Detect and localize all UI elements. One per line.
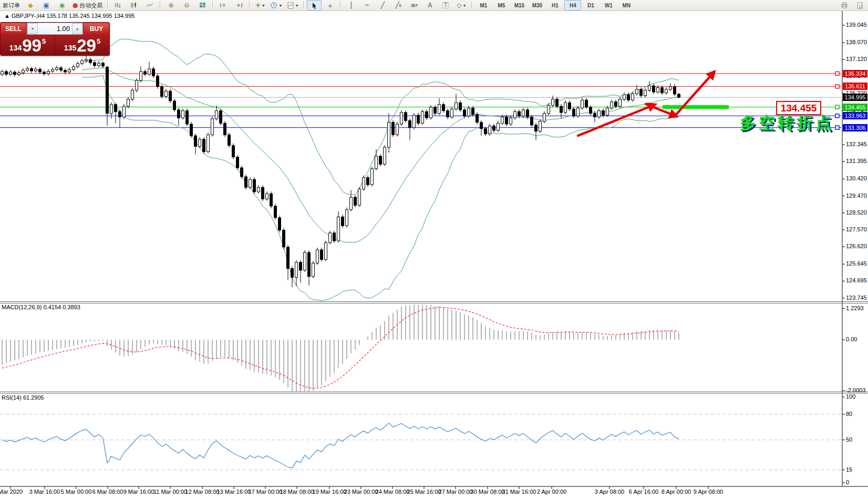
timeframe-M30[interactable]: M30: [529, 0, 545, 11]
sell-price[interactable]: 134 99 5: [1, 35, 55, 55]
rsi-line: [2, 423, 679, 468]
chevron-down-icon: ▼: [262, 4, 265, 7]
volume-increase-button[interactable]: ▲: [72, 23, 82, 34]
bar-chart-mode-icon[interactable]: [111, 0, 126, 11]
bar-close: 134.995: [114, 13, 135, 19]
channel-tool[interactable]: ╱E: [391, 0, 406, 11]
mt4-terminal: 新订单 ◆ ▣ ◉ ● 自动交易 ⊕ ⊖ +▼ ▼ ▼: [0, 0, 868, 498]
toolbar: 新订单 ◆ ▣ ◉ ● 自动交易 ⊕ ⊖ +▼ ▼ ▼: [0, 0, 868, 11]
timeframe-H1[interactable]: H1: [546, 0, 563, 11]
timeframe-M1[interactable]: M1: [475, 0, 492, 11]
turning-point-annotation: 多空转折点: [740, 112, 834, 134]
timeframe-D1[interactable]: D1: [582, 0, 599, 11]
separator: [249, 2, 250, 9]
separator: [212, 2, 213, 9]
preview-icon[interactable]: [853, 0, 867, 11]
new-order-button[interactable]: 新订单: [1, 0, 22, 11]
separator: [340, 2, 341, 9]
autotrading-button[interactable]: ● 自动交易: [70, 0, 105, 11]
chart-canvas[interactable]: [0, 0, 868, 498]
sell-button[interactable]: SELL: [1, 23, 26, 34]
chevron-down-icon: ▼: [295, 4, 298, 7]
main-price-pane: [0, 39, 841, 301]
rsi-indicator-label: RSI(14) 61.2905: [2, 394, 44, 401]
volume-decrease-button[interactable]: ▼: [27, 23, 38, 34]
periods-button[interactable]: ▼: [268, 0, 284, 11]
add-indicator-button[interactable]: +▼: [253, 0, 267, 11]
trendline-tool[interactable]: ╱: [375, 0, 390, 11]
bar-high: 135.245: [69, 13, 90, 19]
zoom-in-icon[interactable]: ⊕: [163, 0, 178, 11]
print-icon[interactable]: [837, 0, 852, 11]
chart-shift-icon[interactable]: [232, 0, 246, 11]
arrows-tool[interactable]: ◇▼: [454, 0, 469, 11]
wizard-icon[interactable]: ◆: [23, 0, 38, 11]
separator: [471, 2, 472, 9]
vertical-line-tool[interactable]: │: [344, 0, 358, 11]
buy-button[interactable]: BUY: [84, 23, 109, 34]
rsi-pane: [0, 414, 842, 470]
templates-button[interactable]: ▼: [285, 0, 301, 11]
timeframe-W1[interactable]: W1: [600, 0, 617, 11]
tile-windows-icon[interactable]: [195, 0, 210, 11]
volume-input[interactable]: [38, 25, 72, 33]
zoom-out-icon[interactable]: ⊖: [179, 0, 194, 11]
macd-pane: [2, 304, 679, 394]
candlestick-series: [1, 56, 680, 288]
autotrading-icon: ●: [73, 2, 78, 8]
text-label-tool[interactable]: T: [438, 0, 453, 11]
cursor-tool[interactable]: [307, 0, 322, 11]
crosshair-tool[interactable]: ＋: [323, 0, 337, 11]
bollinger-upper-band: [82, 39, 679, 195]
auto-scroll-icon[interactable]: [216, 0, 231, 11]
macd-indicator-label: MACD(12,26,9) 0.4154 0.3893: [2, 304, 80, 310]
macd-signal-line: [2, 308, 679, 389]
symbol-ohlc-line: ▲ GBPJPY-,H4 135.178 135.245 134.995 134…: [4, 13, 135, 19]
separator: [107, 2, 108, 9]
timeframe-group: M1M5M15M30H1H4D1W1MN: [474, 0, 635, 11]
text-tool[interactable]: A: [422, 0, 437, 11]
timeframe-M15[interactable]: M15: [511, 0, 528, 11]
bar-low: 134.995: [91, 13, 112, 19]
candlestick-mode-icon[interactable]: [127, 0, 141, 11]
bar-open: 135.178: [46, 13, 67, 19]
symbol-marker-icon: ▲: [4, 13, 10, 19]
plus-icon: +: [255, 2, 261, 8]
timeframe-MN[interactable]: MN: [618, 0, 635, 11]
line-chart-mode-icon[interactable]: [142, 0, 157, 11]
signals-icon[interactable]: ◉: [55, 0, 69, 11]
horizontal-line-tool[interactable]: ─: [359, 0, 374, 11]
chevron-down-icon: ▼: [278, 4, 282, 7]
timeframe-M5[interactable]: M5: [493, 0, 510, 11]
market-watch-icon[interactable]: ▣: [39, 0, 54, 11]
fibonacci-tool[interactable]: ≡F: [407, 0, 421, 11]
chevron-down-icon: ▼: [463, 4, 467, 7]
timeframe-H4[interactable]: H4: [564, 0, 581, 11]
separator: [303, 2, 304, 9]
support-zone-bar: [663, 105, 729, 109]
separator: [160, 2, 161, 9]
symbol-name: GBPJPY-,H4: [12, 13, 45, 19]
one-click-trading-panel: SELL ▼ ▲ BUY 134 99 5 135 29 5: [0, 22, 110, 56]
buy-price[interactable]: 135 29 5: [55, 35, 109, 55]
